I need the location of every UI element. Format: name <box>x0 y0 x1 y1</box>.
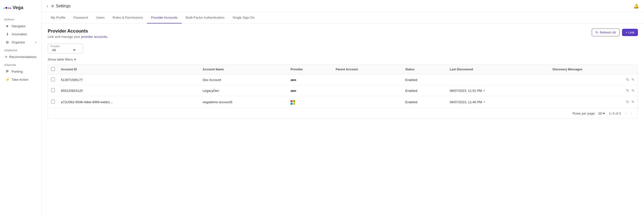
table-body: 513971506177 Dev Account aws Enabled ↻ <box>48 74 638 108</box>
sidebar-item-label: Anomalies <box>12 32 36 36</box>
tab-multi-factor[interactable]: Multi-Factor Authentication <box>182 12 229 23</box>
cell-discovery-messages: ↻ ✎ <box>550 85 638 96</box>
row-checkbox-cell <box>48 74 58 85</box>
page-header: Provider Accounts Link and manage your p… <box>48 29 638 39</box>
sidebar-item-label: Organize <box>12 40 35 44</box>
cell-account-id: a72cf362-8598-4dbe-9969-eebb1... <box>58 96 200 108</box>
rows-per-page-label: Rows per page: <box>573 112 595 115</box>
navigator-icon: ➤ <box>5 24 10 28</box>
microsoft-logo <box>291 100 295 105</box>
col-header-provider: Provider <box>288 65 332 74</box>
col-header-discovery-messages: Discovery Messages <box>550 65 638 74</box>
ms-yellow-square <box>293 103 295 105</box>
page-heading: Provider Accounts <box>48 29 108 34</box>
tab-single-sign-on[interactable]: Single Sign-On <box>228 12 258 23</box>
row-checkbox[interactable] <box>51 77 55 81</box>
timestamp-text: 08/07/2023, 11:40 PM <box>450 100 482 104</box>
row-actions: ↻ ✎ <box>553 100 635 104</box>
chevron-down-icon: ▾ <box>35 41 36 44</box>
sidebar-section-vinform: vInform <box>0 15 41 22</box>
edit-row-icon[interactable]: ✎ <box>631 88 635 93</box>
sidebar-item-navigator[interactable]: ➤ Navigator <box>1 22 40 30</box>
sidebar-section-voperate: vOperate <box>0 61 41 67</box>
refresh-all-button[interactable]: ↻ Refresh All <box>592 29 619 36</box>
filter-bar: Provider All AWS Azure <box>48 44 638 53</box>
tab-roles-permissions[interactable]: Roles & Permissions <box>109 12 147 23</box>
rows-per-page: Rows per page: 10 25 50 <box>573 111 606 116</box>
table-row: a72cf362-8598-4dbe-9969-eebb1... vegadem… <box>48 96 638 108</box>
logo-text: Vega <box>13 5 23 10</box>
rows-per-page-select[interactable]: 10 25 50 <box>597 111 606 116</box>
sidebar-item-parking[interactable]: P Parking <box>1 67 40 75</box>
row-actions: ↻ ✎ <box>553 88 635 93</box>
link-button-label: + Link <box>626 31 634 34</box>
refresh-icon: ↻ <box>595 31 598 34</box>
check-mark-icon: ✓ <box>483 100 486 104</box>
select-all-checkbox[interactable] <box>51 67 55 71</box>
anomalies-icon: ℹ <box>5 32 10 36</box>
logo-dot-blue-sm <box>10 8 11 9</box>
cell-discovery-messages: ↻ ✎ <box>550 96 638 108</box>
aws-logo: aws <box>291 89 296 93</box>
ms-green-square <box>293 100 295 102</box>
cell-last-discovered <box>447 74 550 85</box>
tab-password[interactable]: Password <box>69 12 92 23</box>
row-checkbox[interactable] <box>51 100 55 103</box>
row-checkbox-cell <box>48 96 58 108</box>
logo-dot-blue-lg <box>5 7 7 9</box>
sidebar-item-anomalies[interactable]: ℹ Anomalies <box>1 30 40 38</box>
page-subtext-text: Link and manage your <box>48 35 81 39</box>
sidebar-item-take-action[interactable]: ⚡ Take Action <box>1 75 40 84</box>
cell-provider <box>288 96 332 108</box>
page-range: 1–3 of 3 <box>609 112 621 115</box>
row-checkbox[interactable] <box>51 88 55 92</box>
check-mark-icon: ✓ <box>483 89 486 92</box>
cell-provider: aws <box>288 74 332 85</box>
provider-accounts-page: Provider Accounts Link and manage your p… <box>42 23 644 124</box>
provider-accounts-link[interactable]: provider accounts <box>81 35 107 39</box>
sidebar-item-organize[interactable]: ⊞ Organize ▾ <box>1 38 40 46</box>
sidebar-item-label: Parking <box>12 70 36 73</box>
cell-parent-account <box>332 74 402 85</box>
cell-account-id: 850120924120 <box>58 85 200 96</box>
next-page-button[interactable]: › <box>629 111 634 116</box>
logo-dots <box>4 7 11 9</box>
tab-provider-accounts[interactable]: Provider Accounts <box>147 12 182 23</box>
show-filters-label: Show table filters <box>48 58 73 61</box>
ms-blue-square <box>291 103 293 105</box>
settings-icon: ⚙ <box>51 4 54 8</box>
cell-account-id: 513971506177 <box>58 74 200 85</box>
col-header-last-discovered: Last Discovered <box>447 65 550 74</box>
chevron-down-icon: ▾ <box>74 58 76 61</box>
refresh-row-icon[interactable]: ↻ <box>626 88 629 93</box>
cell-last-discovered: 08/07/2023, 11:01 PM ✓ <box>447 85 550 96</box>
show-table-filters-toggle[interactable]: Show table filters ▾ <box>48 58 638 61</box>
cell-status: Enabled <box>402 85 447 96</box>
col-header-parent-account: Parent Account <box>332 65 402 74</box>
cell-status: Enabled <box>402 74 447 85</box>
provider-select[interactable]: All AWS Azure <box>51 48 76 52</box>
provider-select-wrap[interactable]: Provider All AWS Azure <box>48 44 83 53</box>
prev-page-button[interactable]: ‹ <box>624 111 628 116</box>
organize-icon: ⊞ <box>5 40 10 44</box>
sidebar-item-label: Take Action <box>12 78 36 81</box>
tab-my-profile[interactable]: My Profile <box>47 12 69 23</box>
collapse-sidebar-button[interactable]: ‹ <box>47 4 48 8</box>
refresh-row-icon[interactable]: ↻ <box>626 100 629 104</box>
edit-row-icon[interactable]: ✎ <box>631 100 635 104</box>
cell-last-discovered: 08/07/2023, 11:40 PM ✓ <box>447 96 550 108</box>
ms-red-square <box>291 100 293 102</box>
cell-account-name: Dev Account <box>200 74 288 85</box>
sidebar-item-recommendations[interactable]: ≡ Recommendations <box>1 53 40 61</box>
parking-icon: P <box>5 69 10 73</box>
edit-row-icon[interactable]: ✎ <box>631 77 635 82</box>
link-button[interactable]: + Link <box>622 29 638 36</box>
tab-users[interactable]: Users <box>92 12 109 23</box>
refresh-row-icon[interactable]: ↻ <box>626 77 629 82</box>
content-area: My Profile Password Users Roles & Permis… <box>42 12 644 218</box>
notifications-icon[interactable]: 🔔 <box>633 3 639 9</box>
app-logo: Vega <box>0 3 41 15</box>
cell-discovery-messages: ↻ ✎ <box>550 74 638 85</box>
page-subtext: Link and manage your provider accounts. <box>48 35 108 39</box>
logo-dot-teal <box>4 8 5 9</box>
